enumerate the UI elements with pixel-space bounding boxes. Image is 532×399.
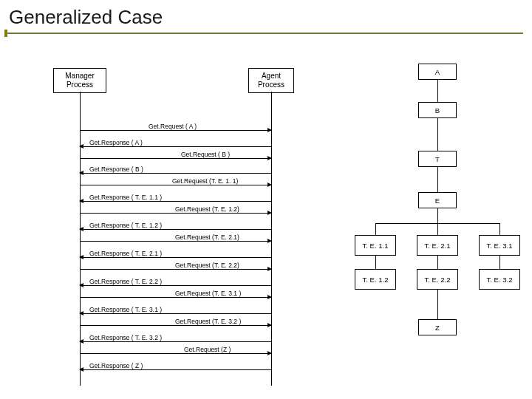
lbl-res-B: Get.Response ( B )	[89, 166, 144, 173]
agent-lifeline-head: Agent Process	[248, 68, 294, 93]
conn-r2-Z	[437, 290, 438, 319]
lbl-req-A: Get.Request ( A )	[148, 123, 197, 130]
lbl-req-21: Get.Request (T. E. 2.1)	[174, 233, 240, 241]
msg-req-12	[80, 213, 271, 214]
msg-res-22	[80, 285, 271, 286]
slide-title: Generalized Case	[9, 6, 163, 29]
conn-B-T	[437, 118, 438, 151]
tree-te21: T. E. 2.1	[417, 235, 458, 256]
tree-te31: T. E. 3.1	[479, 235, 520, 256]
lbl-req-11: Get.Request (T. E. 1. 1)	[171, 177, 239, 185]
lbl-res-22: Get.Response ( T. E. 2.2 )	[89, 278, 163, 285]
conn-E-c1	[375, 223, 376, 235]
msg-req-B	[80, 158, 271, 159]
lbl-req-31: Get.Request (T. E. 3.1 )	[174, 290, 242, 297]
tree-te11: T. E. 1.1	[355, 235, 396, 256]
msg-res-21	[80, 257, 271, 258]
msg-res-A	[80, 146, 271, 147]
msg-req-21	[80, 241, 271, 242]
conn-E-down	[437, 208, 438, 223]
lbl-req-32: Get.Request (T. E. 3.2 )	[174, 318, 242, 325]
title-rule	[6, 33, 523, 34]
msg-req-A	[80, 130, 271, 131]
tree-te22: T. E. 2.2	[417, 269, 458, 290]
tree-te32: T. E. 3.2	[479, 269, 520, 290]
msg-req-32	[80, 325, 271, 326]
lbl-res-Z: Get.Response ( Z )	[89, 362, 143, 369]
lbl-req-Z: Get.Request (Z )	[183, 346, 231, 353]
manager-label: Manager Process	[65, 72, 94, 89]
msg-res-32	[80, 341, 271, 342]
lbl-res-11: Get.Response ( T. E. 1.1 )	[89, 194, 163, 201]
lbl-req-12: Get.Request (T. E. 1.2)	[174, 205, 240, 213]
conn-E-c3	[499, 223, 500, 235]
conn-A-B	[437, 80, 438, 102]
agent-label: Agent Process	[258, 72, 284, 89]
conn-c2-r2	[437, 256, 438, 269]
conn-E-c2	[437, 223, 438, 235]
lbl-req-B: Get.Request ( B )	[180, 151, 231, 158]
lbl-res-A: Get.Response ( A )	[89, 139, 143, 146]
lbl-res-21: Get.Response ( T. E. 2.1 )	[89, 250, 163, 257]
lbl-req-22: Get.Request (T. E. 2.2)	[174, 262, 240, 269]
lbl-res-12: Get.Response ( T. E. 1.2 )	[89, 222, 163, 229]
lbl-res-32: Get.Response ( T. E. 3.2 )	[89, 334, 163, 341]
msg-res-11	[80, 201, 271, 202]
msg-req-31	[80, 297, 271, 298]
msg-req-11	[80, 185, 271, 185]
lbl-res-31: Get.Response ( T. E. 3.1 )	[89, 306, 163, 313]
conn-c1-r2	[375, 256, 376, 269]
tree-B: B	[418, 102, 457, 118]
tree-T: T	[418, 151, 457, 167]
conn-c3-r2	[499, 256, 500, 269]
manager-lifeline-head: Manager Process	[53, 68, 106, 93]
tree-E: E	[418, 192, 457, 208]
tree-Z: Z	[418, 319, 457, 335]
conn-T-E	[437, 167, 438, 192]
msg-res-31	[80, 313, 271, 314]
msg-req-Z	[80, 353, 271, 354]
msg-req-22	[80, 269, 271, 270]
msg-res-Z	[80, 369, 271, 370]
tree-A: A	[418, 64, 457, 80]
tree-te12: T. E. 1.2	[355, 269, 396, 290]
msg-res-B	[80, 173, 271, 174]
msg-res-12	[80, 229, 271, 230]
